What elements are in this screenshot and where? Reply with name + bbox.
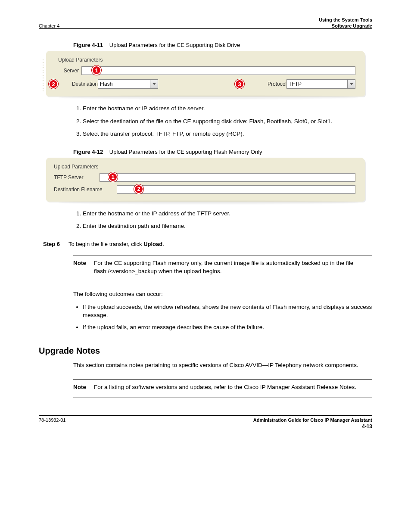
fig1-caption: Upload Parameters for the CE Supporting … <box>109 42 240 48</box>
destination-select[interactable]: Flash <box>98 79 158 89</box>
upgrade-notes-heading: Upgrade Notes <box>39 346 372 356</box>
list-item: If the upload succeeds, the window refre… <box>83 303 372 320</box>
dest-filename-label: Destination Filename <box>54 187 114 193</box>
fig2-num: Figure 4-12 <box>73 149 103 155</box>
section-name: Software Upgrade <box>319 23 372 28</box>
fig2-panel: Upload Parameters TFTP Server 1 Destinat… <box>46 158 365 202</box>
protocol-select[interactable]: TFTP <box>286 79 355 89</box>
callout-1-icon: 1 <box>92 65 101 75</box>
server-input[interactable] <box>81 66 355 75</box>
step-text: To begin the file transfer, click Upload… <box>68 241 164 247</box>
server-label: Server <box>58 68 79 74</box>
fig1-panel-title: Upload Parameters <box>58 57 355 63</box>
note-text: For the CE supporting Flash memory only,… <box>94 259 372 276</box>
decorative-edge <box>42 59 44 92</box>
fig2-panel-title: Upload Parameters <box>54 164 355 170</box>
list-item: Select the destination of the file on th… <box>83 117 372 126</box>
destination-label: Destination <box>58 81 98 87</box>
fig1-num: Figure 4-11 <box>73 42 103 48</box>
tftp-server-input[interactable] <box>100 173 355 182</box>
fig1-panel: Upload Parameters Server 1 2 Destination… <box>46 51 365 96</box>
tftp-label: TFTP Server <box>54 174 97 180</box>
outcome-intro: The following outcomes can occur: <box>73 290 372 299</box>
list-item: Enter the hostname or IP address of the … <box>83 104 372 113</box>
list-item: Select the transfer protocol: TFTP, FTP,… <box>83 130 372 138</box>
fig1-points: Enter the hostname or IP address of the … <box>73 104 372 138</box>
fig2-points: Enter the hostname or the IP address of … <box>73 209 372 230</box>
callout-2-icon: 2 <box>134 184 143 194</box>
chevron-down-icon <box>150 80 158 88</box>
protocol-label: Protocol <box>261 81 286 87</box>
callout-1-icon: 1 <box>108 172 118 182</box>
chevron-down-icon <box>347 80 355 88</box>
destination-value: Flash <box>100 81 150 87</box>
note-label: Note <box>73 383 86 392</box>
step-label: Step 6 <box>43 241 60 247</box>
protocol-value: TFTP <box>289 81 347 87</box>
callout-2-icon: 2 <box>49 79 58 89</box>
callout-3-icon: 3 <box>235 79 244 89</box>
footer-docnum: 78-13932-01 <box>39 417 65 423</box>
note-text: For a listing of software versions and u… <box>94 383 356 392</box>
list-item: If the upload fails, an error message de… <box>83 323 372 332</box>
list-item: Enter the hostname or the IP address of … <box>83 209 372 218</box>
fig2-caption: Upload Parameters for the CE supporting … <box>109 149 262 155</box>
note-label: Note <box>73 259 86 268</box>
upgrade-notes-text: This section contains notes pertaining t… <box>73 361 372 370</box>
chapter-label: Chapter 4 <box>39 23 59 28</box>
footer-doctitle: Administration Guide for Cisco IP Manage… <box>253 417 372 423</box>
footer-page: 4-13 <box>39 423 372 429</box>
list-item: Enter the destination path and filename. <box>83 222 372 230</box>
dest-filename-input[interactable] <box>117 185 355 194</box>
chapter-title: Using the System Tools <box>319 17 372 22</box>
